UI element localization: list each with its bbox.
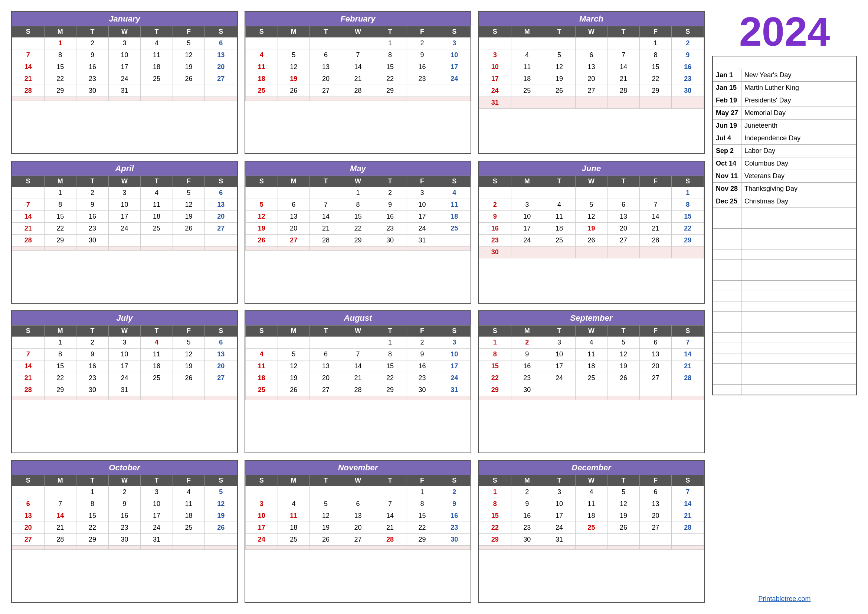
day-header: S [12,26,45,37]
day-header: S [246,26,278,37]
calendar-day: 13 [310,61,342,73]
calendar-day: 23 [511,372,543,384]
calendar-day: 10 [511,211,543,223]
calendar-day: 31 [543,534,575,546]
calendar-day [608,247,640,258]
calendar-day: 30 [479,247,512,258]
calendar-day [672,97,704,109]
calendar-day [12,187,45,199]
calendar-day [172,97,205,101]
calendar-day: 5 [205,486,237,498]
calendar-day [374,97,406,101]
calendar-day [511,37,543,50]
calendar-day: 22 [374,372,406,384]
day-header: W [342,475,374,486]
day-header: T [310,475,342,486]
calendar-day: 15 [479,360,512,372]
day-header: W [575,26,608,37]
calendar-day: 5 [608,337,640,349]
day-header: W [575,475,608,486]
calendar-day: 12 [172,50,205,61]
calendar-day: 14 [608,61,640,73]
holiday-date: Jun 19 [713,119,741,132]
calendar-day: 26 [310,534,342,546]
calendar-day: 25 [172,522,205,534]
calendar-day: 24 [438,73,471,85]
calendar-day: 18 [575,360,608,372]
calendar-day: 14 [12,61,45,73]
calendar-day: 8 [479,349,512,360]
day-header: M [44,176,76,187]
calendar-day: 1 [374,337,406,349]
calendar-day [575,396,608,400]
calendar-day: 26 [575,235,608,247]
calendar-day [108,396,141,400]
calendar-day: 7 [342,349,374,360]
calendar-day: 6 [608,199,640,211]
empty-row [713,333,741,343]
calendar-day: 4 [141,337,173,349]
calendar-day: 13 [342,510,374,522]
calendar-day [639,534,672,546]
calendar-day [406,546,438,550]
calendar-day: 22 [672,223,704,235]
calendar-day: 15 [44,360,76,372]
calendar-day: 4 [438,187,471,199]
day-header: T [76,26,109,37]
calendar-day: 19 [575,223,608,235]
month-calendar-april: AprilSMTWTFS1234567891011121314151617181… [11,161,238,304]
calendar-day: 15 [374,61,406,73]
calendar-day [246,187,278,199]
calendar-day: 5 [172,337,205,349]
day-header: S [438,326,471,337]
calendar-day [141,546,173,550]
calendar-day [277,37,310,50]
calendar-day: 22 [76,522,109,534]
calendar-day: 1 [479,486,512,498]
day-header: S [12,475,45,486]
calendar-day [575,187,608,199]
calendar-day: 14 [12,360,45,372]
calendar-day: 10 [108,349,141,360]
day-header: T [76,475,109,486]
calendar-day: 13 [608,211,640,223]
day-header: S [479,326,512,337]
calendar-day: 1 [374,37,406,50]
calendar-day: 9 [108,498,141,510]
calendar-day: 26 [172,223,205,235]
calendar-day: 3 [108,187,141,199]
calendar-day: 26 [608,372,640,384]
calendar-day: 3 [108,337,141,349]
calendar-day: 27 [342,534,374,546]
calendar-day [141,247,173,251]
calendar-day [608,97,640,109]
calendar-day [246,97,278,101]
calendar-day [205,247,237,251]
calendar-day: 21 [672,360,704,372]
day-header: T [374,475,406,486]
calendar-day: 6 [277,199,310,211]
calendar-day: 30 [76,384,109,396]
calendar-day [438,97,471,101]
calendar-day: 10 [406,199,438,211]
calendar-day: 10 [141,498,173,510]
calendar-day: 16 [511,360,543,372]
calendar-day: 27 [12,534,45,546]
calendar-day [406,396,438,400]
calendar-day: 16 [672,61,704,73]
calendar-day: 23 [479,235,512,247]
calendar-day [310,97,342,101]
calendar-day: 11 [172,498,205,510]
calendar-day: 26 [277,384,310,396]
footer-link[interactable]: Printabletree.com [712,591,857,603]
month-header: August [245,311,471,325]
calendar-day [639,97,672,109]
calendar-day [277,486,310,498]
calendar-day [205,235,237,247]
calendar-day: 26 [608,522,640,534]
calendar-day [310,247,342,251]
calendar-day: 18 [141,360,173,372]
calendar-table: SMTWTFS123456789101112131415161718192021… [12,325,237,400]
calendar-day [76,247,109,251]
calendar-day: 13 [12,510,45,522]
